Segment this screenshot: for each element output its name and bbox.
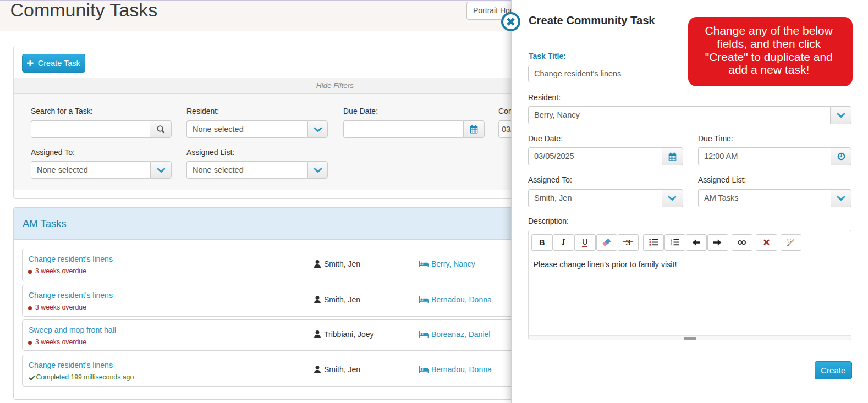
svg-text:3: 3 [671,244,672,246]
